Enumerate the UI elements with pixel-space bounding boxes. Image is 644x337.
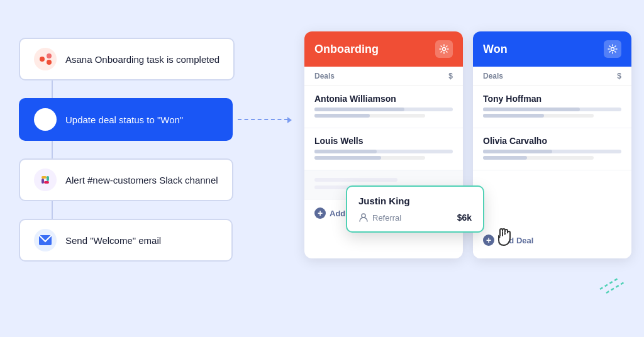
teal-decoration	[594, 272, 625, 294]
deal-bar-2	[483, 156, 594, 160]
won-column: Won Deals $ Tony Hoffman Olivia Carvalho	[473, 31, 631, 258]
onboarding-gear-button[interactable]	[435, 40, 453, 58]
deal-name: Antonia Williamson	[314, 94, 453, 104]
deal-card[interactable]: Antonia Williamson	[304, 86, 463, 128]
slack-icon	[34, 168, 57, 191]
deal-bar-ghost	[314, 178, 397, 182]
deal-bar-fill-2	[483, 156, 527, 160]
tooltip-deal-name: Justin King	[358, 196, 472, 206]
svg-point-8	[611, 48, 614, 51]
deal-card[interactable]: Olivia Carvalho	[473, 128, 631, 170]
onboarding-subheader-deals: Deals	[314, 72, 335, 80]
slack-node: Alert #new-customers Slack channel	[19, 158, 233, 201]
deal-name: Olivia Carvalho	[483, 136, 621, 146]
deal-name: Louis Wells	[314, 136, 453, 146]
svg-line-11	[606, 282, 625, 293]
svg-point-9	[362, 214, 365, 218]
tooltip-source-label: Referral	[372, 213, 401, 223]
won-gear-button[interactable]	[604, 40, 621, 58]
deal-bar-fill	[483, 150, 552, 153]
svg-text:$: $	[43, 115, 48, 124]
deal-card[interactable]: Tony Hoffman	[473, 86, 631, 128]
person-icon	[358, 213, 369, 223]
won-add-deal-button[interactable]: + Add Deal	[473, 227, 631, 253]
svg-point-7	[443, 48, 446, 51]
onboarding-header: Onboarding	[304, 31, 463, 67]
asana-node: Asana Onboarding task is completed	[19, 38, 235, 80]
deal-bar-fill	[314, 108, 404, 111]
deal-bar	[314, 150, 453, 153]
add-deal-label: Add Deal	[498, 236, 533, 245]
workflow-section: Asana Onboarding task is completed $ Upd…	[19, 38, 258, 262]
won-subheader: Deals $	[473, 67, 631, 86]
tooltip-row: Referral $6k	[358, 213, 472, 223]
deal-bar-fill-2	[314, 156, 381, 160]
onboarding-title: Onboarding	[314, 43, 379, 56]
email-node-text: Send "Welcome" email	[65, 235, 161, 246]
email-icon	[34, 229, 57, 251]
tooltip-amount: $6k	[457, 213, 472, 223]
deal-name: Tony Hoffman	[483, 94, 621, 104]
won-subheader-amount: $	[617, 72, 621, 80]
deal-bar	[483, 150, 621, 153]
connector-2	[52, 141, 53, 158]
deal-bar-2	[314, 156, 425, 160]
deal-icon: $	[34, 108, 57, 131]
deal-bar-fill	[483, 108, 580, 111]
deal-bar-2	[314, 114, 425, 118]
deal-bar-2	[483, 114, 594, 118]
won-body: Tony Hoffman Olivia Carvalho + Add Deal	[473, 86, 631, 258]
svg-rect-3	[47, 176, 49, 181]
deal-arrow	[238, 119, 288, 120]
deal-tooltip[interactable]: Justin King Referral $6k	[346, 185, 484, 233]
deal-bar-fill-2	[314, 114, 370, 118]
svg-rect-5	[42, 176, 47, 179]
asana-node-text: Asana Onboarding task is completed	[65, 54, 219, 65]
deal-bar	[483, 108, 621, 111]
deal-node: $ Update deal status to "Won"	[19, 98, 233, 141]
add-deal-icon: +	[314, 207, 326, 219]
slack-node-text: Alert #new-customers Slack channel	[65, 175, 218, 185]
deal-card[interactable]: Louis Wells	[304, 128, 463, 170]
onboarding-subheader-amount: $	[448, 72, 453, 80]
deal-node-text: Update deal status to "Won"	[65, 114, 183, 125]
tooltip-spacer	[473, 170, 631, 227]
won-title: Won	[483, 43, 508, 56]
tooltip-source: Referral	[358, 213, 401, 223]
svg-rect-2	[42, 179, 44, 184]
connector-1	[52, 80, 53, 98]
won-subheader-deals: Deals	[483, 72, 503, 80]
add-deal-icon: +	[483, 235, 494, 246]
won-header: Won	[473, 31, 631, 67]
svg-rect-4	[44, 181, 49, 184]
deal-bar-fill-2	[483, 114, 544, 118]
onboarding-subheader: Deals $	[304, 67, 463, 86]
email-node: Send "Welcome" email	[19, 219, 233, 262]
deal-bar-fill	[314, 150, 377, 153]
deal-bar	[314, 108, 453, 111]
connector-3	[52, 201, 53, 219]
asana-icon	[34, 48, 57, 70]
svg-line-10	[600, 278, 619, 289]
